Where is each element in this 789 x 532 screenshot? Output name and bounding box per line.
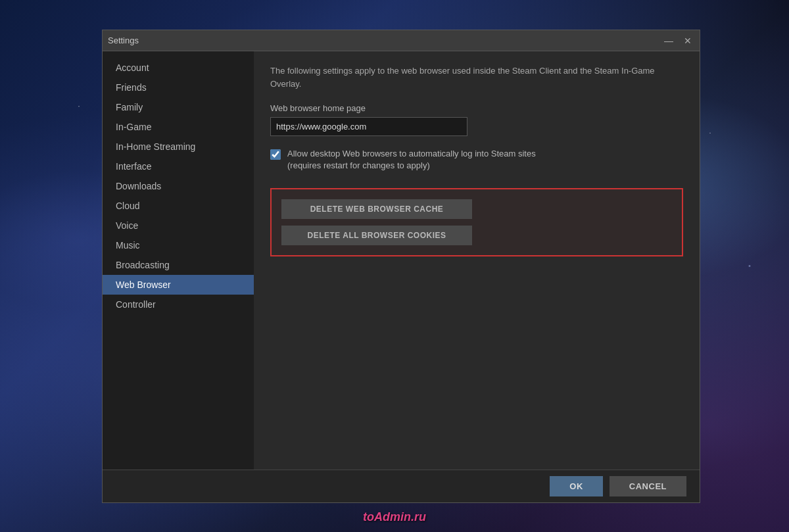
- home-page-input[interactable]: [270, 117, 467, 136]
- main-content: The following settings apply to the web …: [254, 51, 700, 470]
- sidebar-item-family[interactable]: Family: [103, 97, 254, 117]
- sidebar-item-in-home-streaming[interactable]: In-Home Streaming: [103, 137, 254, 157]
- auto-login-checkbox-wrapper: [270, 149, 281, 162]
- minimize-button[interactable]: —: [661, 34, 676, 47]
- bottom-bar: OK CANCEL: [103, 470, 700, 502]
- sidebar-item-in-game[interactable]: In-Game: [103, 117, 254, 137]
- delete-actions-box: DELETE WEB BROWSER CACHE DELETE ALL BROW…: [270, 188, 683, 256]
- auto-login-checkbox[interactable]: [270, 149, 281, 160]
- delete-cache-button[interactable]: DELETE WEB BROWSER CACHE: [281, 199, 472, 219]
- sidebar-item-cloud[interactable]: Cloud: [103, 196, 254, 216]
- delete-cookies-button[interactable]: DELETE ALL BROWSER COOKIES: [281, 226, 472, 245]
- home-page-label: Web browser home page: [270, 103, 683, 113]
- auto-login-row: Allow desktop Web browsers to automatica…: [270, 148, 683, 172]
- sidebar-item-downloads[interactable]: Downloads: [103, 176, 254, 196]
- window-body: Account Friends Family In-Game In-Home S…: [103, 51, 700, 470]
- sidebar-item-broadcasting[interactable]: Broadcasting: [103, 255, 254, 275]
- sidebar-item-music[interactable]: Music: [103, 235, 254, 255]
- window-title: Settings: [108, 36, 139, 45]
- sidebar-item-account[interactable]: Account: [103, 58, 254, 78]
- auto-login-label: Allow desktop Web browsers to automatica…: [287, 148, 536, 172]
- sidebar: Account Friends Family In-Game In-Home S…: [103, 51, 254, 470]
- ok-button[interactable]: OK: [550, 476, 603, 496]
- sidebar-item-interface[interactable]: Interface: [103, 157, 254, 176]
- cancel-button[interactable]: CANCEL: [610, 476, 686, 496]
- sidebar-item-voice[interactable]: Voice: [103, 216, 254, 235]
- close-button[interactable]: ✕: [681, 34, 694, 47]
- window-controls: — ✕: [661, 34, 694, 47]
- settings-window: Settings — ✕ Account Friends Family In-G…: [102, 30, 700, 503]
- description-text: The following settings apply to the web …: [270, 64, 683, 90]
- sidebar-item-friends[interactable]: Friends: [103, 78, 254, 97]
- sidebar-item-controller[interactable]: Controller: [103, 295, 254, 314]
- titlebar: Settings — ✕: [103, 30, 700, 51]
- sidebar-item-web-browser[interactable]: Web Browser: [103, 275, 254, 295]
